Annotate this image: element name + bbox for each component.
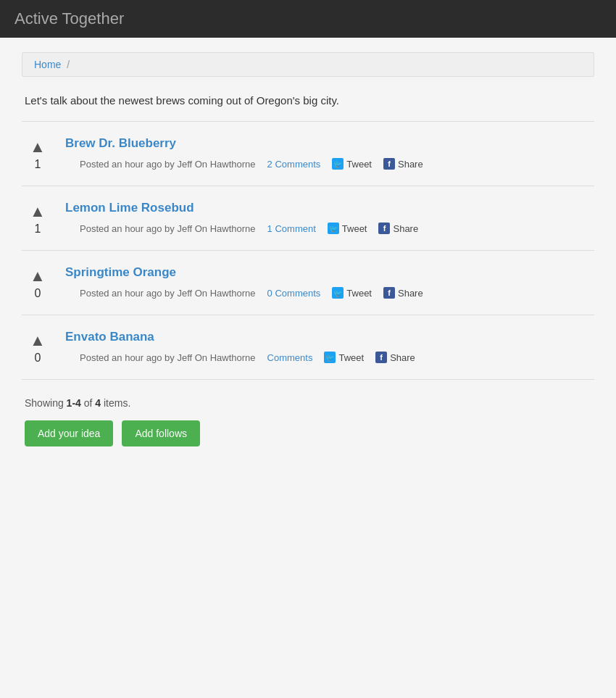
vote-section: ▲ 0: [25, 330, 51, 365]
comments-link[interactable]: 1 Comment: [267, 223, 316, 234]
facebook-icon: f: [383, 287, 395, 299]
vote-count: 1: [35, 223, 41, 236]
post-content: Springtime Orange Posted an hour ago by …: [65, 265, 591, 299]
action-buttons: Add your idea Add follows: [25, 420, 591, 446]
post-meta-text: Posted an hour ago by Jeff On Hawthorne: [80, 288, 256, 299]
post-meta-text: Posted an hour ago by Jeff On Hawthorne: [80, 352, 256, 363]
breadcrumb-separator: /: [67, 59, 70, 70]
twitter-icon: [332, 287, 344, 299]
share-button[interactable]: f Share: [383, 158, 423, 170]
showing-prefix: Showing: [25, 397, 67, 409]
twitter-icon: [332, 158, 344, 170]
upvote-button[interactable]: ▲: [30, 268, 46, 284]
post-item: ▲ 1 Brew Dr. Blueberry Posted an hour ag…: [22, 121, 594, 186]
post-meta-text: Posted an hour ago by Jeff On Hawthorne: [80, 159, 256, 170]
breadcrumb: Home /: [22, 52, 594, 77]
post-meta: Posted an hour ago by Jeff On Hawthorne …: [80, 352, 591, 363]
share-button[interactable]: f Share: [383, 287, 423, 299]
post-title[interactable]: Brew Dr. Blueberry: [65, 136, 591, 151]
post-content: Envato Banana Posted an hour ago by Jeff…: [65, 330, 591, 363]
post-meta: Posted an hour ago by Jeff On Hawthorne …: [80, 287, 591, 299]
vote-section: ▲ 1: [25, 201, 51, 236]
comments-link[interactable]: 2 Comments: [267, 159, 321, 170]
upvote-button[interactable]: ▲: [30, 333, 46, 349]
main-content: Home / Let's talk about the newest brews…: [22, 38, 594, 475]
post-title[interactable]: Lemon Lime Rosebud: [65, 201, 591, 215]
showing-total: 4: [95, 397, 101, 409]
tweet-button[interactable]: Tweet: [324, 352, 364, 363]
post-item: ▲ 1 Lemon Lime Rosebud Posted an hour ag…: [22, 186, 594, 250]
post-meta-text: Posted an hour ago by Jeff On Hawthorne: [80, 223, 256, 234]
showing-suffix: items.: [101, 397, 130, 409]
vote-section: ▲ 0: [25, 265, 51, 300]
share-button[interactable]: f Share: [375, 352, 415, 363]
facebook-icon: f: [378, 223, 390, 234]
footer-section: Showing 1-4 of 4 items. Add your idea Ad…: [22, 379, 594, 461]
posts-list: ▲ 1 Brew Dr. Blueberry Posted an hour ag…: [22, 121, 594, 379]
upvote-button[interactable]: ▲: [30, 139, 46, 155]
twitter-icon: [324, 352, 336, 363]
tweet-button[interactable]: Tweet: [328, 223, 367, 234]
post-title[interactable]: Springtime Orange: [65, 265, 591, 280]
intro-text: Let's talk about the newest brews coming…: [22, 94, 594, 107]
tweet-button[interactable]: Tweet: [332, 287, 372, 299]
post-meta: Posted an hour ago by Jeff On Hawthorne …: [80, 223, 591, 234]
app-header: Active Together: [0, 0, 616, 38]
breadcrumb-home[interactable]: Home: [34, 59, 61, 70]
vote-count: 0: [35, 352, 41, 365]
facebook-icon: f: [375, 352, 387, 363]
share-button[interactable]: f Share: [378, 223, 418, 234]
vote-section: ▲ 1: [25, 136, 51, 171]
add-follows-button[interactable]: Add follows: [122, 420, 200, 446]
post-title[interactable]: Envato Banana: [65, 330, 591, 344]
app-title: Active Together: [14, 9, 124, 28]
post-content: Brew Dr. Blueberry Posted an hour ago by…: [65, 136, 591, 170]
vote-count: 0: [35, 287, 41, 300]
twitter-icon: [328, 223, 339, 234]
post-item: ▲ 0 Springtime Orange Posted an hour ago…: [22, 250, 594, 315]
facebook-icon: f: [383, 158, 395, 170]
post-meta: Posted an hour ago by Jeff On Hawthorne …: [80, 158, 591, 170]
showing-range: 1-4: [67, 397, 81, 409]
comments-link[interactable]: 0 Comments: [267, 288, 321, 299]
vote-count: 1: [35, 158, 41, 171]
post-content: Lemon Lime Rosebud Posted an hour ago by…: [65, 201, 591, 234]
showing-of: of: [81, 397, 95, 409]
add-idea-button[interactable]: Add your idea: [25, 420, 113, 446]
showing-text: Showing 1-4 of 4 items.: [25, 397, 591, 409]
comments-link[interactable]: Comments: [267, 352, 313, 363]
upvote-button[interactable]: ▲: [30, 204, 46, 220]
post-item: ▲ 0 Envato Banana Posted an hour ago by …: [22, 315, 594, 379]
tweet-button[interactable]: Tweet: [332, 158, 372, 170]
